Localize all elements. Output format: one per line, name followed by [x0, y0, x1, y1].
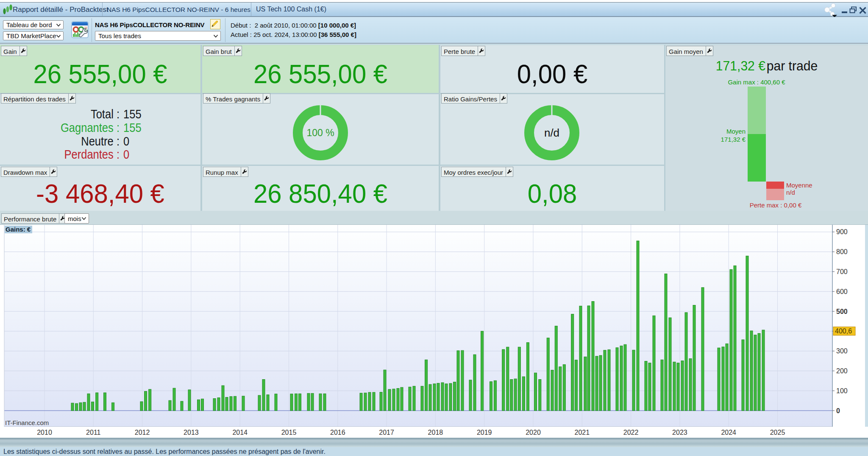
- svg-text:100 %: 100 %: [306, 127, 334, 138]
- svg-text:2018: 2018: [428, 429, 443, 436]
- svg-text:n/d: n/d: [544, 126, 559, 139]
- svg-text:2019: 2019: [477, 429, 492, 436]
- svg-text:2021: 2021: [575, 429, 590, 436]
- svg-text:2020: 2020: [526, 429, 541, 436]
- svg-text:2022: 2022: [623, 429, 639, 436]
- svg-text:2014: 2014: [232, 429, 248, 436]
- svg-text:2017: 2017: [379, 429, 394, 436]
- svg-text:2011: 2011: [86, 429, 101, 436]
- svg-text:100: 100: [836, 387, 848, 394]
- svg-text:800: 800: [836, 248, 848, 255]
- svg-text:300: 300: [836, 347, 848, 355]
- svg-text:2024: 2024: [721, 429, 736, 436]
- svg-text:2023: 2023: [672, 429, 687, 436]
- svg-text:600: 600: [836, 288, 848, 295]
- svg-text:2025: 2025: [770, 429, 785, 436]
- svg-text:0: 0: [836, 407, 840, 414]
- svg-text:IT-Finance.com: IT-Finance.com: [5, 419, 49, 426]
- svg-text:2013: 2013: [184, 429, 199, 436]
- svg-text:500: 500: [836, 308, 848, 315]
- svg-text:200: 200: [836, 367, 848, 375]
- svg-text:2010: 2010: [37, 429, 52, 436]
- svg-text:700: 700: [836, 268, 848, 275]
- svg-text:2015: 2015: [281, 429, 297, 436]
- svg-text:2016: 2016: [330, 429, 345, 436]
- svg-text:2012: 2012: [135, 429, 150, 436]
- svg-text:900: 900: [836, 228, 848, 235]
- svg-text:400,6: 400,6: [835, 327, 852, 335]
